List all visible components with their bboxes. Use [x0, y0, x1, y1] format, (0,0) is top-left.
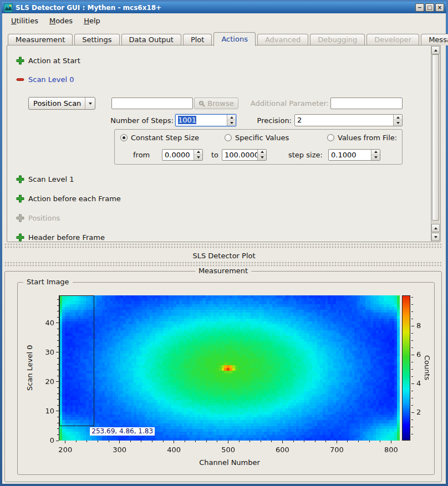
scroll-up-button[interactable]: [431, 224, 440, 232]
tab-messages[interactable]: Messages: [421, 34, 448, 45]
x-minor-tick: [217, 441, 217, 442]
scan-mode-combobox[interactable]: Position Scan: [28, 97, 95, 110]
colorbar-minor-tick: [411, 333, 413, 334]
colorbar-minor-tick: [411, 304, 413, 305]
y-minor-tick: [57, 393, 59, 394]
spin-up-icon[interactable]: [258, 150, 266, 155]
tab-plot[interactable]: Plot: [183, 34, 212, 45]
heatmap-canvas[interactable]: [59, 295, 400, 441]
plot-dock-title: SLS Detector Plot: [2, 252, 446, 260]
measurement-group-title: Measurement: [195, 267, 251, 275]
tab-measurement[interactable]: Measurement: [8, 34, 73, 45]
maximize-button[interactable]: □: [425, 3, 434, 12]
splitter-handle[interactable]: [4, 243, 441, 249]
radio-button-icon[interactable]: [225, 134, 232, 141]
title-bar[interactable]: SLS Detector GUI : Mythen - mcs6x18+ − □…: [2, 2, 446, 13]
colorbar-canvas: [403, 296, 410, 440]
minus-red-icon[interactable]: [16, 75, 24, 84]
precision-spinbox[interactable]: 2: [294, 114, 403, 126]
x-minor-tick: [76, 441, 77, 442]
x-axis-title: Channel Number: [59, 458, 400, 467]
spin-up-icon[interactable]: [371, 150, 380, 155]
close-button[interactable]: ×: [435, 3, 444, 12]
tab-data-output[interactable]: Data Output: [121, 34, 181, 45]
action-row-label: Header before Frame: [28, 233, 105, 242]
zoom-selection-rect: [59, 295, 94, 426]
y-minor-tick: [57, 311, 59, 311]
vertical-scrollbar[interactable]: [431, 46, 440, 241]
action-at-start-row[interactable]: Action at Start: [16, 57, 80, 65]
y-axis-title: Scan Level 0: [24, 295, 34, 441]
number-of-steps-spinbox[interactable]: 1001: [175, 114, 236, 126]
scroll-down-button[interactable]: [431, 233, 440, 241]
menu-modes[interactable]: Modes: [44, 15, 78, 27]
plus-green-icon[interactable]: [16, 195, 24, 203]
additional-parameter-label: Additional Parameter:: [246, 99, 329, 108]
radio-specific-values[interactable]: Specific Values: [225, 134, 289, 142]
x-minor-tick: [347, 441, 348, 442]
radio-values-from-file[interactable]: Values from File:: [327, 134, 397, 142]
spin-buttons: [371, 150, 380, 160]
spin-buttons: [257, 150, 266, 160]
to-spinbox[interactable]: 100.0000: [222, 149, 267, 161]
x-tick-label: 700: [323, 446, 350, 454]
tab-bar: MeasurementSettingsData OutputPlotAction…: [8, 32, 442, 45]
chevron-down-icon[interactable]: [85, 98, 95, 109]
y-minor-tick: [57, 305, 59, 306]
colorbar-tick: [411, 383, 414, 384]
positions-row: Positions: [16, 214, 60, 222]
scroll-up-button[interactable]: [431, 46, 440, 54]
to-value: 100.0000: [225, 150, 259, 160]
action-row-label: Action at Start: [28, 57, 80, 65]
spin-down-icon[interactable]: [227, 120, 236, 126]
y-minor-tick: [57, 340, 59, 341]
tab-debugging: Debugging: [310, 34, 365, 45]
y-minor-tick: [57, 358, 59, 359]
colorbar-title: Counts: [422, 295, 432, 441]
y-tick-label: 10: [36, 407, 54, 415]
colorbar-minor-tick: [411, 362, 413, 362]
y-minor-tick: [57, 417, 59, 417]
spin-up-icon[interactable]: [394, 115, 402, 120]
tab-actions[interactable]: Actions: [213, 32, 256, 46]
colorbar-minor-tick: [411, 391, 413, 391]
heatmap-plot-area[interactable]: 253.69, 4.86, 1.83 Channel Number 200300…: [59, 295, 399, 441]
spin-down-icon[interactable]: [194, 155, 202, 161]
x-minor-tick: [86, 441, 87, 442]
radio-constant-step-size[interactable]: Constant Step Size: [120, 134, 199, 142]
radio-button-icon[interactable]: [120, 134, 128, 141]
from-spinbox[interactable]: 0.0000: [162, 149, 203, 161]
spin-buttons: [194, 150, 202, 160]
radio-button-icon[interactable]: [327, 134, 334, 141]
additional-parameter-input[interactable]: [330, 98, 403, 109]
start-image-group-title: Start Image: [23, 278, 73, 286]
tab-settings[interactable]: Settings: [74, 34, 119, 45]
actions-tab-panel: Action at Start Scan Level 0 Position Sc…: [7, 45, 441, 242]
x-tick-label: 600: [268, 446, 296, 454]
spin-up-icon[interactable]: [227, 115, 236, 120]
scan-level-1-row[interactable]: Scan Level 1: [16, 175, 74, 183]
header-before-frame-row[interactable]: Header before Frame: [16, 233, 105, 242]
action-row-label: Scan Level 0: [28, 75, 74, 84]
menu-utilities[interactable]: Utilities: [6, 15, 44, 27]
plus-green-icon[interactable]: [16, 57, 24, 65]
plus-green-icon[interactable]: [16, 233, 24, 242]
y-minor-tick: [57, 317, 59, 318]
colorbar-minor-tick: [411, 311, 413, 312]
action-before-frame-row[interactable]: Action before each Frame: [16, 195, 121, 203]
menu-help[interactable]: Help: [78, 15, 106, 27]
scrollbar-thumb[interactable]: [432, 54, 439, 221]
spin-down-icon[interactable]: [258, 155, 266, 161]
step-size-spinbox[interactable]: 0.1000: [328, 149, 380, 161]
x-tick: [119, 441, 120, 443]
spin-down-icon[interactable]: [394, 120, 402, 126]
x-minor-tick: [369, 441, 370, 442]
x-tick-label: 500: [215, 446, 242, 454]
scan-script-input[interactable]: [111, 98, 193, 109]
minimize-button[interactable]: −: [415, 3, 424, 12]
spin-down-icon[interactable]: [371, 155, 380, 161]
plus-green-icon[interactable]: [16, 175, 24, 183]
x-minor-tick: [325, 441, 326, 442]
scan-level-0-row[interactable]: Scan Level 0: [16, 75, 74, 84]
spin-up-icon[interactable]: [194, 150, 202, 155]
